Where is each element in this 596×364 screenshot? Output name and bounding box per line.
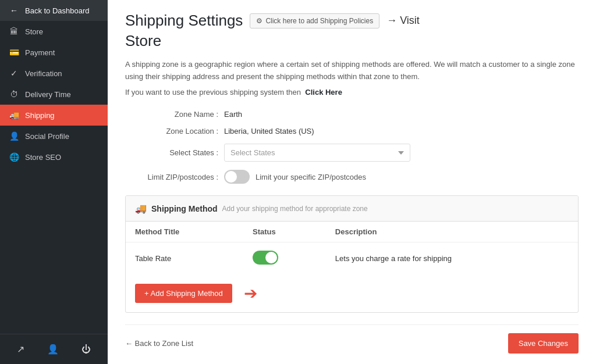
- zone-location-value: Liberia, United States (US): [224, 127, 314, 135]
- limit-zip-toggle-label: Limit your specific ZIP/postcodes: [256, 173, 366, 181]
- col-description: Description: [326, 222, 578, 242]
- click-here-link[interactable]: Click Here: [305, 88, 342, 97]
- status-toggle[interactable]: [253, 251, 278, 265]
- table-row: Table Rate Lets you charge a rate for sh…: [126, 242, 578, 275]
- store-seo-icon: 🌐: [9, 152, 19, 162]
- verification-icon: ✓: [9, 69, 19, 78]
- visit-store-link[interactable]: → Visit: [386, 15, 420, 27]
- description-line2: If you want to use the previous shipping…: [125, 87, 579, 99]
- sidebar-item-label: Social Profile: [25, 132, 69, 141]
- section-title: Shipping Method: [151, 204, 218, 213]
- page-title: Shipping Settings: [125, 12, 243, 30]
- gear-icon: ⚙: [256, 17, 262, 25]
- sidebar: ← Back to Dashboard 🏛 Store 💳 Payment ✓ …: [0, 0, 108, 364]
- external-link-icon[interactable]: ↗: [12, 341, 29, 357]
- shipping-icon: 🚚: [9, 110, 19, 120]
- sidebar-item-back-to-dashboard[interactable]: ← Back to Dashboard: [0, 0, 108, 21]
- zone-name-label: Zone Name :: [125, 110, 218, 119]
- add-shipping-method-button[interactable]: + Add Shipping Method: [135, 284, 232, 303]
- zone-location-row: Zone Location : Liberia, United States (…: [125, 127, 579, 135]
- select-states-label: Select States :: [125, 148, 218, 157]
- limit-zip-label: Limit ZIP/postcodes :: [125, 173, 218, 181]
- sidebar-bottom: ↗ 👤 ⏻: [0, 334, 108, 364]
- payment-icon: 💳: [9, 48, 19, 57]
- select-states-dropdown[interactable]: Select States: [224, 144, 410, 162]
- status-cell: [243, 242, 326, 275]
- arrow-right-icon: ➔: [244, 286, 257, 302]
- col-method-title: Method Title: [126, 222, 243, 242]
- description-cell: Lets you charge a rate for shipping: [326, 242, 578, 275]
- power-icon[interactable]: ⏻: [77, 342, 95, 357]
- sidebar-item-payment[interactable]: 💳 Payment: [0, 42, 108, 63]
- sidebar-item-label: Verification: [25, 69, 62, 78]
- sidebar-item-social-profile[interactable]: 👤 Social Profile: [0, 126, 108, 147]
- limit-zip-toggle-wrapper: Limit your specific ZIP/postcodes: [224, 170, 366, 184]
- back-to-dashboard-icon: ←: [9, 6, 19, 15]
- save-changes-button[interactable]: Save Changes: [508, 333, 579, 354]
- select-states-row: Select States : Select States: [125, 144, 579, 162]
- method-table: Method Title Status Description Table Ra…: [126, 222, 578, 274]
- sidebar-item-label: Shipping: [25, 111, 55, 120]
- sidebar-item-label: Delivery Time: [25, 90, 71, 99]
- shipping-policies-button[interactable]: ⚙ Click here to add Shipping Policies: [250, 13, 379, 28]
- col-status: Status: [243, 222, 326, 242]
- zone-name-value: Earth: [224, 110, 242, 119]
- delivery-time-icon: ⏱: [9, 90, 19, 99]
- sidebar-item-label: Store: [25, 27, 43, 36]
- store-icon: 🏛: [9, 27, 19, 36]
- limit-zip-row: Limit ZIP/postcodes : Limit your specifi…: [125, 170, 579, 184]
- limit-zip-toggle[interactable]: [224, 170, 250, 184]
- zone-location-label: Zone Location :: [125, 127, 218, 135]
- add-shipping-area: + Add Shipping Method ➔: [126, 274, 578, 312]
- page-subtitle: Store: [125, 32, 579, 50]
- sidebar-item-label: Store SEO: [25, 153, 61, 162]
- section-subtitle: Add your shipping method for appropriate…: [222, 205, 368, 213]
- sidebar-item-delivery-time[interactable]: ⏱ Delivery Time: [0, 84, 108, 105]
- sidebar-item-store-seo[interactable]: 🌐 Store SEO: [0, 147, 108, 167]
- sidebar-item-verification[interactable]: ✓ Verification: [0, 63, 108, 84]
- table-header-row: Method Title Status Description: [126, 222, 578, 242]
- sidebar-item-label: Back to Dashboard: [25, 6, 90, 15]
- sidebar-item-shipping[interactable]: 🚚 Shipping: [0, 105, 108, 126]
- sidebar-item-store[interactable]: 🏛 Store: [0, 21, 108, 42]
- main-content: Shipping Settings ⚙ Click here to add Sh…: [108, 0, 596, 364]
- shipping-method-section: 🚚 Shipping Method Add your shipping meth…: [125, 195, 579, 313]
- shipping-method-icon: 🚚: [135, 203, 147, 214]
- description-line1: A shipping zone is a geographic region w…: [125, 59, 579, 83]
- shipping-method-header: 🚚 Shipping Method Add your shipping meth…: [126, 196, 578, 222]
- page-header: Shipping Settings ⚙ Click here to add Sh…: [125, 12, 579, 30]
- user-icon[interactable]: 👤: [42, 341, 63, 357]
- back-to-zone-list-link[interactable]: ← Back to Zone List: [125, 339, 193, 348]
- page-footer: ← Back to Zone List Save Changes: [125, 324, 579, 362]
- zone-form: Zone Name : Earth Zone Location : Liberi…: [125, 110, 579, 184]
- method-title-cell: Table Rate: [126, 242, 243, 275]
- zone-name-row: Zone Name : Earth: [125, 110, 579, 119]
- sidebar-item-label: Payment: [25, 48, 55, 57]
- social-profile-icon: 👤: [9, 131, 19, 141]
